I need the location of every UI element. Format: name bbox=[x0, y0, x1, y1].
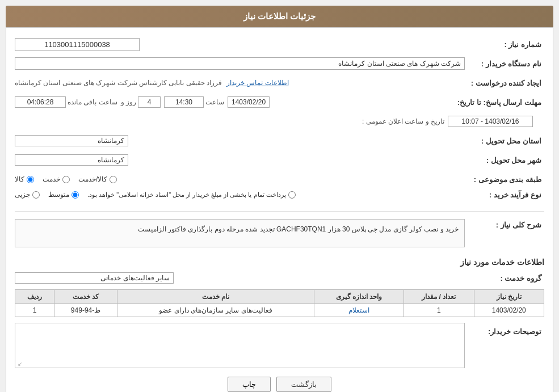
ijad-konande-label: ایجاد کننده درخواست : bbox=[465, 79, 544, 87]
tabaghe-kala[interactable]: کالا bbox=[15, 175, 34, 183]
deadline-time-item: ساعت 14:30 bbox=[164, 96, 224, 108]
saat-label: ساعت bbox=[205, 98, 224, 106]
ostan-tahvil-label: استان محل تحویل : bbox=[465, 137, 544, 145]
khadamat-section-title: اطلاعات خدمات مورد نیاز bbox=[15, 258, 544, 267]
farayand-radio-pardakht[interactable] bbox=[288, 191, 296, 199]
tabaghe-kala-khidmat-label: کالا/خدمت bbox=[78, 175, 107, 183]
cell-nam: فعالیت‌های سایر سازمان‌های دارای عضو bbox=[117, 304, 314, 317]
tabaghe-kala-label: کالا bbox=[15, 175, 24, 183]
cell-kod: ط-94-949 bbox=[54, 304, 117, 317]
shahr-tahvil-label: شهر محل تحویل : bbox=[465, 156, 544, 165]
farayand-motavaset-label: متوسط bbox=[48, 191, 69, 199]
ostan-tahvil-value: کرمانشاه bbox=[15, 135, 128, 146]
mohlat-value-container: 1403/02/20 ساعت 14:30 4 روز و ساعت باقی … bbox=[15, 96, 457, 108]
tabaghe-radio-group: کالا/خدمت خدمت کالا bbox=[15, 175, 465, 183]
deadline-date-item: 1403/02/20 bbox=[228, 96, 270, 108]
farayand-pardakht-label: پرداخت تمام یا بخشی از مبلغ خریدار از مح… bbox=[87, 191, 286, 199]
tabaghe-radio-kala[interactable] bbox=[27, 176, 34, 183]
tarikh-elan-label: تاریخ و ساعت اعلان عمومی : bbox=[362, 117, 444, 125]
nooe-farayand-label: نوع فرآیند خرید : bbox=[465, 191, 544, 199]
deadline-countdown-item: ساعت باقی مانده 04:06:28 bbox=[15, 96, 117, 108]
col-tarikh-niaz: تاریخ نیاز bbox=[474, 290, 544, 304]
col-radif: ردیف bbox=[15, 290, 54, 304]
ostan-tahvil-value-container: کرمانشاه bbox=[15, 135, 465, 146]
table-header-row: تاریخ نیاز تعداد / مقدار واحد اندازه گیر… bbox=[15, 290, 544, 304]
shahr-tahvil-value-container: کرمانشاه bbox=[15, 154, 465, 166]
page-title: جزئیات اطلاعات نیاز bbox=[243, 11, 316, 21]
cell-tedad: 1 bbox=[404, 304, 474, 317]
tarikh-elan-row: 1403/02/16 - 10:07 تاریخ و ساعت اعلان عم… bbox=[15, 113, 544, 129]
sharh-niaz-box: خرید و نصب کولر گازی مدل جی پلاس 30 هزار… bbox=[15, 219, 465, 247]
cell-radif: 1 bbox=[15, 304, 54, 317]
ijad-konande-value-container: اطلاعات تماس خریدار فرزاد حقیقی بابایی ک… bbox=[15, 79, 465, 87]
tvsif-label: توصیحات خریدار: bbox=[465, 323, 544, 336]
baqi-label: ساعت باقی مانده bbox=[68, 98, 117, 106]
tarikh-elan-container: 1403/02/16 - 10:07 تاریخ و ساعت اعلان عم… bbox=[362, 116, 533, 127]
mohlat-rooz-value: 4 bbox=[138, 96, 161, 108]
mohlat-saat: 14:30 bbox=[164, 96, 204, 108]
shmare-niaz-value-container: 1103001115000038 bbox=[15, 38, 465, 51]
sharh-niaz-label: شرح کلی نیاز : bbox=[465, 216, 544, 229]
tarikh-elan-date: 1403/02/16 - 10:07 bbox=[448, 116, 533, 127]
shmare-niaz-box: 1103001115000038 bbox=[15, 38, 140, 51]
nooe-farayand-radio-group: پرداخت تمام یا بخشی از مبلغ خریدار از مح… bbox=[15, 191, 296, 199]
services-table: تاریخ نیاز تعداد / مقدار واحد اندازه گیر… bbox=[15, 289, 544, 317]
cell-vahed: استعلام bbox=[314, 304, 404, 317]
resize-icon: ↙ bbox=[16, 361, 22, 366]
table-row: 1403/02/20 1 استعلام فعالیت‌های سایر ساز… bbox=[15, 304, 544, 317]
col-vahed: واحد اندازه گیری bbox=[314, 290, 404, 304]
back-button[interactable]: بازگشت bbox=[276, 377, 331, 392]
print-button[interactable]: چاپ bbox=[228, 377, 271, 392]
mohlat-label: مهلت ارسال پاسخ: تا تاریخ: bbox=[457, 98, 544, 107]
tabaghe-row: طبقه بندی موضوعی : کالا/خدمت خدمت کالا bbox=[15, 171, 544, 187]
farayand-jozi[interactable]: جزیی bbox=[15, 191, 40, 199]
sharh-niaz-row: شرح کلی نیاز : خرید و نصب کولر گازی مدل … bbox=[15, 216, 544, 253]
nam-dastgah-value-container: شرکت شهرک های صنعتی استان کرمانشاه bbox=[15, 57, 465, 70]
shmare-niaz-row: شماره نیاز : 1103001115000038 bbox=[15, 36, 544, 52]
buyer-notes-area[interactable]: ↙ bbox=[15, 323, 465, 368]
tabaghe-radio-kala-khidmat[interactable] bbox=[110, 176, 117, 183]
farayand-pardakht[interactable]: پرداخت تمام یا بخشی از مبلغ خریدار از مح… bbox=[87, 191, 296, 199]
bottom-buttons: بازگشت چاپ bbox=[15, 377, 544, 392]
nooe-farayand-container: پرداخت تمام یا بخشی از مبلغ خریدار از مح… bbox=[15, 191, 465, 199]
group-khadamat-value-container: سایر فعالیت‌های خدماتی bbox=[15, 272, 465, 284]
tabaghe-khidmat-label: خدمت bbox=[43, 175, 60, 183]
countdown-box: 04:06:28 bbox=[15, 96, 66, 108]
group-khadamat-row: گروه خدمت : سایر فعالیت‌های خدماتی bbox=[15, 270, 544, 286]
farayand-jozi-label: جزیی bbox=[15, 191, 30, 199]
col-nam-khadamat: نام خدمت bbox=[117, 290, 314, 304]
ijad-konande-row: ایجاد کننده درخواست : اطلاعات تماس خریدا… bbox=[15, 75, 544, 91]
ijad-konande-value: فرزاد حقیقی بابایی کارشناس شرکت شهرک های… bbox=[15, 79, 222, 87]
tabaghe-kala-khidmat[interactable]: کالا/خدمت bbox=[78, 175, 117, 183]
group-khadamat-label: گروه خدمت : bbox=[465, 274, 544, 283]
contact-link[interactable]: اطلاعات تماس خریدار bbox=[226, 79, 289, 87]
nam-dastgah-value: شرکت شهرک های صنعتی استان کرمانشاه bbox=[15, 57, 465, 70]
rooz-label: روز و bbox=[121, 98, 136, 106]
farayand-radio-motavaset[interactable] bbox=[72, 191, 79, 199]
page-wrapper: جزئیات اطلاعات نیاز شماره نیاز : 1103001… bbox=[0, 0, 559, 392]
tabaghe-radio-khidmat[interactable] bbox=[62, 176, 70, 183]
nam-dastgah-row: نام دستگاه خریدار : شرکت شهرک های صنعتی … bbox=[15, 56, 544, 71]
nooe-farayand-row: نوع فرآیند خرید : پرداخت تمام یا بخشی از… bbox=[15, 191, 544, 206]
sharh-niaz-value-container: خرید و نصب کولر گازی مدل جی پلاس 30 هزار… bbox=[15, 216, 465, 253]
deadline-days-item: 4 روز و bbox=[121, 96, 161, 108]
group-khadamat-value: سایر فعالیت‌های خدماتی bbox=[15, 272, 174, 284]
tvsif-row: توصیحات خریدار: ↙ bbox=[15, 323, 544, 368]
tabaghe-label: طبقه بندی موضوعی : bbox=[465, 175, 544, 184]
farayand-motavaset[interactable]: متوسط bbox=[48, 191, 79, 199]
main-content: شماره نیاز : 1103001115000038 نام دستگاه… bbox=[6, 27, 553, 392]
col-kod-khadamat: کد خدمت bbox=[54, 290, 117, 304]
shahr-tahvil-row: شهر محل تحویل : کرمانشاه bbox=[15, 152, 544, 168]
shmare-niaz-label: شماره نیاز : bbox=[465, 40, 544, 49]
cell-tarikh: 1403/02/20 bbox=[474, 304, 544, 317]
farayand-radio-jozi[interactable] bbox=[32, 191, 40, 199]
divider-1 bbox=[15, 211, 544, 212]
tabaghe-khidmat[interactable]: خدمت bbox=[43, 175, 70, 183]
ostan-tahvil-row: استان محل تحویل : کرمانشاه bbox=[15, 133, 544, 149]
shahr-tahvil-value: کرمانشاه bbox=[15, 154, 128, 166]
mohlat-row: مهلت ارسال پاسخ: تا تاریخ: 1403/02/20 سا… bbox=[15, 94, 544, 110]
col-tedad: تعداد / مقدار bbox=[404, 290, 474, 304]
page-header: جزئیات اطلاعات نیاز bbox=[6, 6, 553, 27]
nam-dastgah-label: نام دستگاه خریدار : bbox=[465, 60, 544, 68]
mohlat-date: 1403/02/20 bbox=[228, 96, 270, 108]
